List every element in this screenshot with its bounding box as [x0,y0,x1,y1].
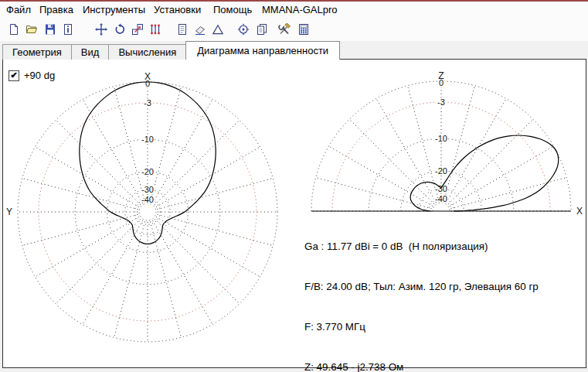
triangle-icon [212,23,224,36]
svg-text:-3: -3 [144,98,151,108]
stat-impedance: Z: 49.645 - j2.738 Ом [304,360,539,372]
move-arrows-icon [95,23,107,36]
svg-text:-30: -30 [141,185,154,194]
tab-radiation-pattern[interactable]: Диаграмма направленности [185,41,340,60]
tab-geometry[interactable]: Геометрия [2,44,72,60]
svg-text:-10: -10 [141,135,154,144]
open-file-button[interactable] [24,22,39,37]
tools-icon [278,23,291,36]
svg-text:X: X [576,206,583,217]
save-file-button[interactable] [42,22,58,37]
new-file-button[interactable] [6,22,22,37]
plus90-checkbox-label: +90 dg [24,70,55,81]
plus90-checkbox[interactable]: ✔ [8,70,19,81]
stat-fb: F/B: 24.00 dB; Тыл: Азим. 120 гр, Элевац… [304,280,539,293]
svg-text:-20: -20 [435,166,447,176]
document-icon [176,23,189,36]
svg-text:-20: -20 [141,167,154,176]
stat-gain: Ga : 11.77 dBi = 0 dB (Н поляризация) [304,240,539,253]
new-file-icon [8,23,20,36]
scale-copy-button[interactable] [130,22,145,37]
svg-text:-40: -40 [141,195,154,204]
svg-text:-40: -40 [435,194,447,203]
svg-text:-10: -10 [435,134,447,143]
mmana-gal-window: Файл Правка Инструменты Установки Помощь… [0,0,588,372]
radiation-pattern-panel: ✔ +90 dg 0-3-10-20-30-40XY0-3-10-20-30-4… [2,59,586,368]
menu-mmana-galpro[interactable]: MMANA-GALpro [259,2,341,18]
svg-text:-3: -3 [437,97,445,107]
description-button[interactable] [175,22,190,37]
wire-edit-button[interactable] [148,22,163,37]
file-info-button[interactable] [60,22,76,37]
copy-pages-icon [256,23,268,36]
tab-view[interactable]: Вид [71,44,110,60]
calculator-button[interactable] [296,22,311,37]
stat-frequency: F: 3.770 МГц [304,320,539,333]
checkmark-icon: ✔ [10,71,17,80]
menu-help[interactable]: Помощь [210,2,255,18]
menu-settings[interactable]: Установки [151,2,204,18]
svg-text:X: X [144,71,151,82]
svg-text:Y: Y [6,206,12,217]
menu-edit[interactable]: Правка [36,2,76,18]
move-view-button[interactable] [93,22,109,37]
toolbar [0,18,588,41]
info-icon [62,23,74,36]
svg-text:Z: Z [438,70,444,81]
menu-tools[interactable]: Инструменты [80,2,148,18]
result-stats: Ga : 11.77 dBi = 0 dB (Н поляризация) F/… [304,213,539,372]
center-target-button[interactable] [236,22,251,37]
menu-bar: Файл Правка Инструменты Установки Помощь… [0,2,588,18]
save-floppy-icon [44,23,56,36]
open-folder-icon [25,23,38,36]
triangle-element-button[interactable] [210,22,226,37]
target-icon [237,23,250,36]
copy-view-button[interactable] [254,22,270,37]
eraser-button[interactable] [192,22,208,37]
scale-copy-icon [131,23,144,36]
tools-button[interactable] [277,22,292,37]
rotate-icon [114,23,126,36]
tab-calculations[interactable]: Вычисления [108,44,186,60]
wire-edit-icon [149,23,161,36]
plus90-checkbox-row: ✔ +90 dg [8,70,55,81]
rotate-view-button[interactable] [112,22,127,37]
menu-file[interactable]: Файл [3,2,34,18]
eraser-icon [194,23,206,36]
calculator-icon [297,23,310,36]
tab-bar: Геометрия Вид Вычисления Диаграмма напра… [2,41,339,60]
